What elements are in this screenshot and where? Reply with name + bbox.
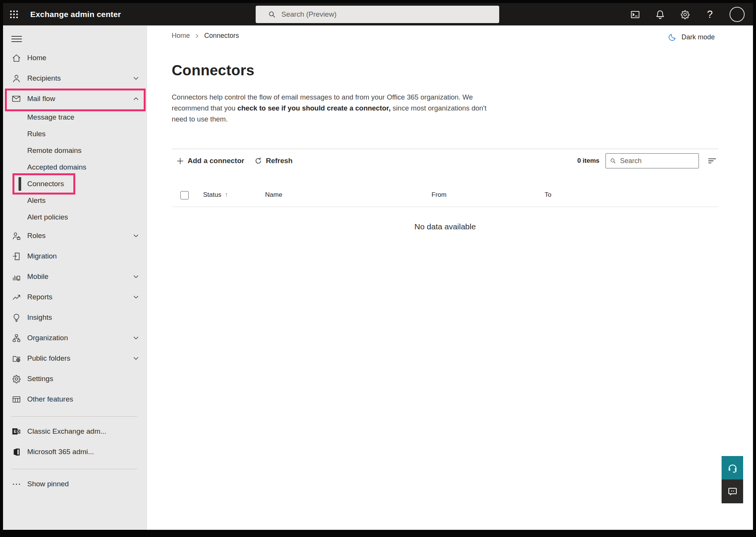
- sidebar-item-organization[interactable]: Organization: [3, 328, 147, 348]
- filter-button[interactable]: [706, 154, 719, 167]
- sidebar-item-recipients[interactable]: Recipients: [3, 68, 147, 89]
- select-all-checkbox[interactable]: [180, 191, 189, 199]
- sidebar-item-microsoft-365-admin[interactable]: Microsoft 365 admi...: [3, 442, 147, 462]
- column-header-name[interactable]: Name: [265, 191, 282, 199]
- terminal-button[interactable]: [630, 9, 640, 20]
- home-icon: [12, 53, 21, 63]
- table-header-divider: [172, 207, 719, 207]
- list-search-input[interactable]: [620, 157, 695, 165]
- sidebar-item-label: Settings: [27, 375, 53, 383]
- sidebar-divider: [11, 416, 137, 417]
- dark-mode-toggle[interactable]: Dark mode: [668, 33, 715, 42]
- dark-mode-label: Dark mode: [681, 33, 715, 41]
- chevron-down-icon: [132, 294, 140, 301]
- sidebar-item-label: Other features: [27, 395, 73, 403]
- moon-icon: [668, 33, 677, 42]
- sidebar-item-accepted-domains[interactable]: Accepted domains: [3, 159, 147, 176]
- notifications-button[interactable]: [655, 9, 665, 20]
- chevron-up-icon: [132, 95, 140, 103]
- sidebar-item-reports[interactable]: Reports: [3, 287, 147, 307]
- column-label: From: [432, 191, 447, 199]
- gear-icon: [12, 374, 21, 384]
- sidebar-item-mobile[interactable]: Mobile: [3, 266, 147, 287]
- list-search[interactable]: [605, 153, 699, 168]
- sidebar-item-classic-exchange[interactable]: E Classic Exchange adm...: [3, 421, 147, 442]
- sidebar-item-label: Roles: [27, 232, 46, 240]
- sidebar-item-message-trace[interactable]: Message trace: [3, 109, 147, 126]
- chevron-down-icon: [132, 232, 140, 240]
- classic-exchange-icon: E: [11, 426, 21, 436]
- sidebar-item-label: Rules: [27, 130, 46, 138]
- sidebar-item-rules[interactable]: Rules: [3, 126, 147, 142]
- global-search[interactable]: [256, 6, 499, 23]
- sidebar-item-other-features[interactable]: Other features: [3, 389, 147, 409]
- sort-ascending-icon: ↑: [225, 191, 228, 199]
- support-button[interactable]: [722, 456, 743, 479]
- refresh-button[interactable]: Refresh: [250, 153, 297, 168]
- topbar: Exchange admin center: [3, 3, 753, 26]
- create-connector-check-link[interactable]: check to see if you should create a conn…: [238, 104, 391, 112]
- sidebar-item-mail-flow[interactable]: Mail flow: [3, 89, 147, 109]
- sidebar: Home Recipients Mail flow Message trace …: [3, 26, 147, 530]
- add-connector-button[interactable]: Add a connector: [172, 153, 249, 168]
- feedback-button[interactable]: [722, 479, 743, 503]
- sidebar-item-label: Microsoft 365 admi...: [27, 448, 94, 456]
- refresh-label: Refresh: [266, 157, 293, 165]
- sidebar-item-show-pinned[interactable]: Show pinned: [3, 474, 147, 494]
- mobile-icon: [12, 272, 21, 282]
- breadcrumb-home-link[interactable]: Home: [172, 32, 190, 40]
- sidebar-item-label: Remote domains: [27, 146, 82, 155]
- sidebar-item-public-folders[interactable]: Public folders: [3, 348, 147, 369]
- global-search-input[interactable]: [281, 10, 494, 19]
- sidebar-item-roles[interactable]: Roles: [3, 226, 147, 246]
- mail-icon: [11, 94, 21, 104]
- org-chart-icon: [12, 333, 21, 343]
- sidebar-item-migration[interactable]: Migration: [3, 246, 147, 266]
- ellipsis-icon: [12, 479, 21, 489]
- sidebar-item-label: Home: [27, 54, 47, 62]
- nav-collapse-button[interactable]: [11, 34, 23, 44]
- sidebar-item-label: Reports: [27, 293, 53, 301]
- column-header-status[interactable]: Status ↑: [203, 191, 228, 199]
- sidebar-item-label: Organization: [27, 334, 68, 342]
- bell-icon: [655, 9, 665, 20]
- sidebar-nav: Home Recipients Mail flow Message trace …: [3, 48, 147, 494]
- breadcrumb: Home Connectors: [172, 32, 239, 40]
- account-avatar[interactable]: [730, 7, 745, 22]
- sidebar-item-alerts[interactable]: Alerts: [3, 192, 147, 209]
- column-header-from[interactable]: From: [432, 191, 447, 199]
- sidebar-item-label: Alerts: [27, 196, 46, 205]
- refresh-icon: [254, 157, 262, 165]
- person-icon: [12, 74, 21, 83]
- search-icon: [610, 157, 616, 165]
- toolbar-divider: [172, 149, 719, 149]
- sidebar-item-label: Message trace: [27, 113, 75, 121]
- add-connector-label: Add a connector: [188, 157, 244, 165]
- breadcrumb-chevron-icon: [194, 33, 200, 39]
- filter-icon: [707, 156, 717, 166]
- headset-icon: [727, 462, 738, 473]
- sidebar-item-home[interactable]: Home: [3, 48, 147, 68]
- roles-icon: [12, 231, 21, 241]
- waffle-icon: [9, 9, 19, 19]
- sidebar-item-label: Connectors: [27, 180, 64, 188]
- reports-icon: [12, 293, 21, 302]
- sidebar-item-label: Public folders: [27, 354, 70, 363]
- table-grid-icon: [12, 395, 21, 404]
- main-content: Home Connectors Dark mode Connectors Con…: [147, 26, 753, 530]
- sidebar-item-insights[interactable]: Insights: [3, 307, 147, 328]
- page-title: Connectors: [172, 62, 255, 79]
- app-launcher-button[interactable]: [3, 3, 25, 26]
- sidebar-item-label: Accepted domains: [27, 163, 86, 171]
- sidebar-item-connectors[interactable]: Connectors: [3, 176, 147, 192]
- sidebar-item-settings[interactable]: Settings: [3, 369, 147, 389]
- sidebar-item-alert-policies[interactable]: Alert policies: [3, 209, 147, 226]
- sidebar-item-remote-domains[interactable]: Remote domains: [3, 142, 147, 159]
- column-label: Status: [203, 191, 221, 199]
- help-button[interactable]: ?: [705, 9, 715, 20]
- search-icon: [268, 10, 276, 19]
- column-header-to[interactable]: To: [545, 191, 551, 199]
- app-title: Exchange admin center: [30, 10, 121, 19]
- settings-button[interactable]: [680, 9, 690, 20]
- chevron-down-icon: [132, 75, 140, 82]
